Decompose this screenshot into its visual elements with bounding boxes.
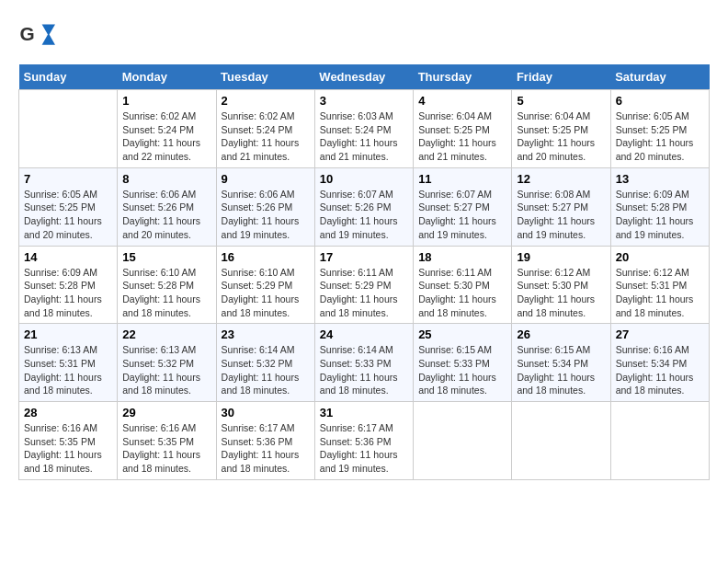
logo-icon: G	[18, 18, 55, 55]
calendar-cell	[512, 402, 610, 480]
weekday-header-saturday: Saturday	[610, 64, 709, 90]
calendar-cell	[414, 402, 512, 480]
sunrise-label: Sunrise: 6:17 AM	[320, 422, 393, 433]
calendar-table: SundayMondayTuesdayWednesdayThursdayFrid…	[18, 64, 710, 480]
calendar-cell: 25 Sunrise: 6:15 AM Sunset: 5:33 PM Dayl…	[414, 324, 512, 402]
sunrise-label: Sunrise: 6:16 AM	[122, 422, 196, 433]
sunset-label: Sunset: 5:34 PM	[517, 358, 588, 369]
calendar-cell	[610, 402, 709, 480]
daylight-label: Daylight: 11 hours and 19 minutes.	[616, 215, 694, 240]
day-number: 30	[222, 406, 310, 419]
calendar-cell: 22 Sunrise: 6:13 AM Sunset: 5:32 PM Dayl…	[118, 324, 216, 402]
daylight-label: Daylight: 11 hours and 21 minutes.	[320, 137, 398, 162]
day-number: 2	[222, 94, 310, 108]
day-info: Sunrise: 6:14 AM Sunset: 5:33 PM Dayligh…	[320, 343, 408, 397]
day-number: 10	[320, 172, 408, 186]
sunset-label: Sunset: 5:25 PM	[517, 124, 588, 135]
calendar-cell: 28 Sunrise: 6:16 AM Sunset: 5:35 PM Dayl…	[19, 402, 118, 480]
sunset-label: Sunset: 5:33 PM	[320, 358, 392, 369]
day-number: 22	[122, 327, 210, 341]
sunrise-label: Sunrise: 6:02 AM	[122, 110, 196, 121]
sunrise-label: Sunrise: 6:02 AM	[222, 110, 295, 121]
day-info: Sunrise: 6:10 AM Sunset: 5:29 PM Dayligh…	[222, 266, 310, 320]
day-info: Sunrise: 6:09 AM Sunset: 5:28 PM Dayligh…	[24, 266, 112, 320]
sunrise-label: Sunrise: 6:12 AM	[517, 267, 590, 278]
page-header: G	[18, 18, 710, 55]
sunrise-label: Sunrise: 6:05 AM	[616, 110, 689, 121]
daylight-label: Daylight: 11 hours and 18 minutes.	[122, 293, 200, 318]
sunset-label: Sunset: 5:36 PM	[222, 436, 293, 447]
calendar-week-4: 21 Sunrise: 6:13 AM Sunset: 5:31 PM Dayl…	[19, 324, 710, 402]
sunset-label: Sunset: 5:35 PM	[122, 436, 194, 447]
daylight-label: Daylight: 11 hours and 20 minutes.	[122, 215, 200, 240]
sunrise-label: Sunrise: 6:03 AM	[320, 110, 393, 121]
daylight-label: Daylight: 11 hours and 20 minutes.	[616, 137, 694, 162]
calendar-cell: 7 Sunrise: 6:05 AM Sunset: 5:25 PM Dayli…	[19, 167, 118, 246]
daylight-label: Daylight: 11 hours and 18 minutes.	[222, 449, 300, 474]
sunrise-label: Sunrise: 6:04 AM	[517, 110, 590, 121]
calendar-cell: 19 Sunrise: 6:12 AM Sunset: 5:30 PM Dayl…	[512, 246, 610, 324]
daylight-label: Daylight: 11 hours and 22 minutes.	[122, 137, 200, 162]
daylight-label: Daylight: 11 hours and 20 minutes.	[24, 215, 102, 240]
sunset-label: Sunset: 5:24 PM	[222, 124, 293, 135]
sunset-label: Sunset: 5:33 PM	[418, 358, 490, 369]
day-info: Sunrise: 6:05 AM Sunset: 5:25 PM Dayligh…	[616, 109, 704, 164]
weekday-header-wednesday: Wednesday	[314, 64, 413, 90]
day-number: 8	[122, 172, 210, 186]
logo: G	[18, 18, 59, 55]
day-info: Sunrise: 6:12 AM Sunset: 5:30 PM Dayligh…	[517, 266, 605, 320]
calendar-cell: 23 Sunrise: 6:14 AM Sunset: 5:32 PM Dayl…	[216, 324, 314, 402]
daylight-label: Daylight: 11 hours and 19 minutes.	[320, 215, 398, 240]
sunrise-label: Sunrise: 6:07 AM	[320, 189, 393, 200]
day-info: Sunrise: 6:17 AM Sunset: 5:36 PM Dayligh…	[320, 421, 408, 476]
weekday-header-tuesday: Tuesday	[216, 64, 314, 90]
calendar-cell: 4 Sunrise: 6:04 AM Sunset: 5:25 PM Dayli…	[414, 90, 512, 168]
daylight-label: Daylight: 11 hours and 18 minutes.	[616, 372, 694, 396]
day-number: 4	[418, 94, 506, 108]
day-number: 5	[517, 94, 605, 108]
sunset-label: Sunset: 5:30 PM	[517, 280, 588, 291]
weekday-header-thursday: Thursday	[414, 64, 512, 90]
sunrise-label: Sunrise: 6:07 AM	[418, 189, 492, 200]
day-info: Sunrise: 6:11 AM Sunset: 5:30 PM Dayligh…	[418, 266, 506, 320]
sunrise-label: Sunrise: 6:06 AM	[222, 189, 295, 200]
calendar-cell: 6 Sunrise: 6:05 AM Sunset: 5:25 PM Dayli…	[610, 90, 709, 168]
day-number: 26	[517, 327, 605, 341]
daylight-label: Daylight: 11 hours and 18 minutes.	[24, 372, 102, 396]
daylight-label: Daylight: 11 hours and 18 minutes.	[24, 449, 102, 474]
day-number: 14	[24, 250, 112, 264]
daylight-label: Daylight: 11 hours and 18 minutes.	[418, 372, 496, 396]
sunrise-label: Sunrise: 6:16 AM	[616, 344, 689, 355]
day-info: Sunrise: 6:15 AM Sunset: 5:34 PM Dayligh…	[517, 343, 605, 397]
day-number: 27	[616, 327, 704, 341]
daylight-label: Daylight: 11 hours and 18 minutes.	[122, 372, 200, 396]
calendar-header-row: SundayMondayTuesdayWednesdayThursdayFrid…	[19, 64, 710, 90]
day-number: 12	[517, 172, 605, 186]
sunrise-label: Sunrise: 6:04 AM	[418, 110, 492, 121]
sunrise-label: Sunrise: 6:14 AM	[320, 344, 393, 355]
day-info: Sunrise: 6:16 AM Sunset: 5:35 PM Dayligh…	[122, 421, 210, 476]
weekday-header-monday: Monday	[118, 64, 216, 90]
sunrise-label: Sunrise: 6:16 AM	[24, 422, 97, 433]
calendar-week-2: 7 Sunrise: 6:05 AM Sunset: 5:25 PM Dayli…	[19, 167, 710, 246]
sunset-label: Sunset: 5:29 PM	[320, 280, 392, 291]
sunrise-label: Sunrise: 6:15 AM	[418, 344, 492, 355]
calendar-cell: 10 Sunrise: 6:07 AM Sunset: 5:26 PM Dayl…	[314, 167, 413, 246]
day-info: Sunrise: 6:16 AM Sunset: 5:34 PM Dayligh…	[616, 343, 704, 397]
daylight-label: Daylight: 11 hours and 19 minutes.	[418, 215, 496, 240]
sunset-label: Sunset: 5:26 PM	[122, 201, 194, 213]
daylight-label: Daylight: 11 hours and 20 minutes.	[517, 137, 595, 162]
day-number: 31	[320, 406, 408, 419]
daylight-label: Daylight: 11 hours and 18 minutes.	[320, 372, 398, 396]
daylight-label: Daylight: 11 hours and 18 minutes.	[222, 372, 300, 396]
daylight-label: Daylight: 11 hours and 18 minutes.	[122, 449, 200, 474]
sunset-label: Sunset: 5:27 PM	[517, 201, 588, 213]
sunrise-label: Sunrise: 6:08 AM	[517, 189, 590, 200]
calendar-cell: 18 Sunrise: 6:11 AM Sunset: 5:30 PM Dayl…	[414, 246, 512, 324]
calendar-cell: 12 Sunrise: 6:08 AM Sunset: 5:27 PM Dayl…	[512, 167, 610, 246]
calendar-cell: 24 Sunrise: 6:14 AM Sunset: 5:33 PM Dayl…	[314, 324, 413, 402]
daylight-label: Daylight: 11 hours and 18 minutes.	[418, 293, 496, 318]
day-number: 6	[616, 94, 704, 108]
day-number: 24	[320, 327, 408, 341]
day-info: Sunrise: 6:14 AM Sunset: 5:32 PM Dayligh…	[222, 343, 310, 397]
